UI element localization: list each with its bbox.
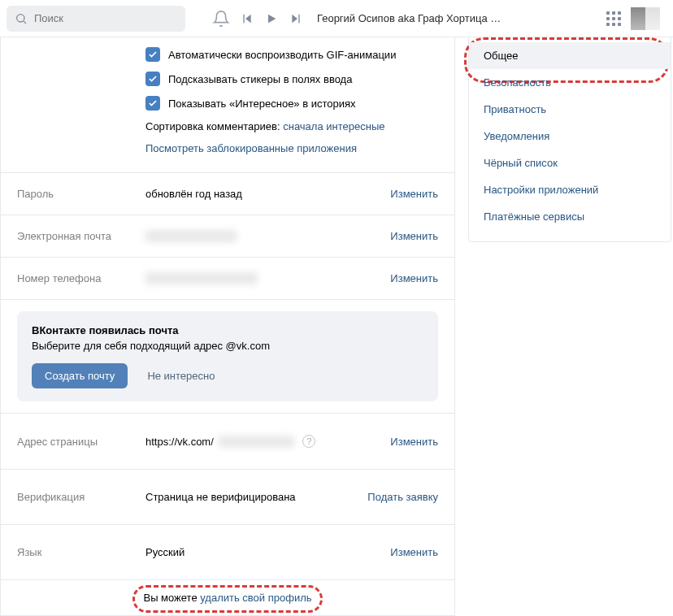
highlight-annotation: [132, 585, 323, 613]
language-row: Язык Русский Изменить: [1, 525, 454, 579]
row-label: Пароль: [17, 188, 145, 200]
setting-show-interesting[interactable]: Показывать «Интересное» в историях: [17, 91, 438, 115]
music-player: [236, 7, 307, 30]
checkbox-label: Подсказывать стикеры в полях ввода: [168, 73, 352, 85]
address-prefix: https://vk.com/: [145, 436, 214, 448]
dismiss-promo-button[interactable]: Не интересно: [147, 370, 215, 382]
verification-row: Верификация Страница не верифицирована П…: [1, 470, 454, 524]
change-password-link[interactable]: Изменить: [390, 188, 438, 200]
help-icon[interactable]: ?: [302, 435, 315, 448]
row-label: Электронная почта: [17, 230, 145, 242]
verify-request-link[interactable]: Подать заявку: [367, 491, 438, 503]
password-value: обновлён год назад: [145, 188, 390, 200]
top-header: Георгий Осипов aka Граф Хортица …: [0, 0, 673, 37]
svg-rect-6: [298, 14, 299, 23]
search-box[interactable]: [7, 6, 185, 32]
vk-mail-promo: ВКонтакте появилась почта Выберите для с…: [17, 311, 438, 401]
svg-point-0: [17, 14, 24, 21]
email-value: hidden@mail: [145, 230, 390, 242]
setting-sticker-hints[interactable]: Подсказывать стикеры в полях ввода: [17, 67, 438, 91]
address-value: https://vk.com/xxxxxxx ?: [145, 435, 390, 448]
notifications-icon[interactable]: [210, 7, 232, 30]
svg-marker-5: [292, 14, 297, 23]
row-label: Верификация: [17, 491, 145, 503]
comment-sort-label: Сортировка комментариев:: [145, 120, 283, 132]
apps-icon[interactable]: [606, 11, 621, 26]
setting-gif-autoplay[interactable]: Автоматически воспроизводить GIF-анимаци…: [17, 42, 438, 67]
row-label: Адрес страницы: [17, 436, 145, 448]
verification-value: Страница не верифицирована: [145, 491, 367, 503]
phone-value: +0 000 000 00 00: [145, 272, 390, 284]
phone-row: Номер телефона +0 000 000 00 00 Изменить: [1, 258, 454, 299]
change-phone-link[interactable]: Изменить: [390, 272, 438, 284]
sidebar-item-notifications[interactable]: Уведомления: [469, 123, 671, 150]
checkbox-label: Показывать «Интересное» в историях: [168, 98, 356, 110]
profile-avatar[interactable]: [631, 7, 660, 30]
comment-sort-row: Сортировка комментариев: сначала интерес…: [17, 115, 438, 137]
row-label: Язык: [17, 546, 145, 558]
sidebar-item-security[interactable]: Безопасность: [469, 69, 671, 96]
sidebar-item-payment[interactable]: Платёжные сервисы: [469, 203, 671, 230]
row-label: Номер телефона: [17, 272, 145, 284]
play-icon[interactable]: [260, 7, 283, 30]
promo-title: ВКонтакте появилась почта: [32, 324, 423, 336]
svg-rect-3: [243, 14, 244, 23]
change-address-link[interactable]: Изменить: [390, 436, 438, 448]
search-icon: [15, 12, 28, 25]
checkbox-checked-icon[interactable]: [145, 72, 160, 86]
checkbox-checked-icon[interactable]: [145, 47, 160, 62]
password-row: Пароль обновлён год назад Изменить: [1, 173, 454, 215]
svg-marker-2: [245, 14, 251, 23]
svg-marker-4: [268, 14, 276, 23]
change-email-link[interactable]: Изменить: [390, 230, 438, 242]
sidebar-item-blacklist[interactable]: Чёрный список: [469, 150, 671, 176]
svg-line-1: [24, 21, 26, 24]
settings-sidebar: Общее Безопасность Приватность Уведомлен…: [468, 37, 671, 242]
content-layout: Автоматически воспроизводить GIF-анимаци…: [0, 37, 673, 616]
language-value: Русский: [145, 546, 390, 558]
sidebar-item-privacy[interactable]: Приватность: [469, 96, 671, 123]
current-track[interactable]: Георгий Осипов aka Граф Хортица …: [317, 12, 501, 24]
comment-sort-link[interactable]: сначала интересные: [283, 120, 384, 132]
sidebar-item-general[interactable]: Общее: [469, 42, 671, 69]
email-row: Электронная почта hidden@mail Изменить: [1, 215, 454, 257]
checkbox-label: Автоматически воспроизводить GIF-анимаци…: [168, 49, 396, 61]
settings-main-panel: Автоматически воспроизводить GIF-анимаци…: [0, 37, 455, 616]
address-row: Адрес страницы https://vk.com/xxxxxxx ? …: [1, 414, 454, 469]
delete-profile-footer: Вы можете удалить свой профиль: [1, 580, 454, 615]
next-track-icon[interactable]: [284, 7, 307, 30]
blocked-apps-link[interactable]: Посмотреть заблокированные приложения: [145, 142, 357, 154]
prev-track-icon[interactable]: [236, 7, 258, 30]
change-language-link[interactable]: Изменить: [390, 546, 438, 558]
sidebar-item-app-settings[interactable]: Настройки приложений: [469, 176, 671, 203]
search-input[interactable]: [34, 12, 177, 24]
promo-subtitle: Выберите для себя подходящий адрес @vk.c…: [32, 340, 423, 352]
checkbox-checked-icon[interactable]: [145, 96, 160, 111]
create-mail-button[interactable]: Создать почту: [32, 363, 128, 388]
